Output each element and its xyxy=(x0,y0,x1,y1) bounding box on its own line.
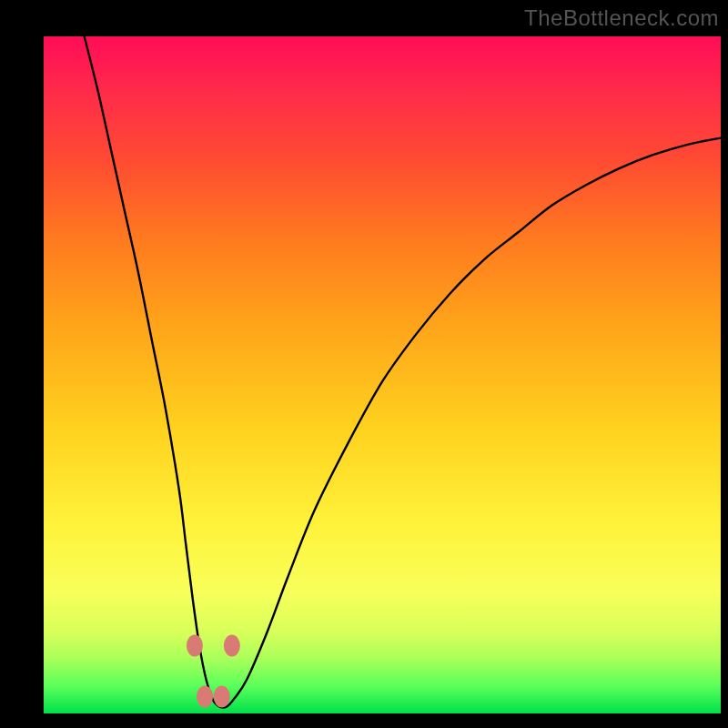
curve-layer xyxy=(44,36,721,713)
curve-marker xyxy=(214,685,230,707)
watermark-text: TheBottleneck.com xyxy=(524,5,719,31)
plot-area xyxy=(44,36,721,713)
bottleneck-curve xyxy=(85,36,721,707)
marker-layer xyxy=(187,635,240,708)
curve-marker xyxy=(197,685,213,707)
curve-marker xyxy=(224,635,240,657)
chart-frame: TheBottleneck.com xyxy=(0,0,728,728)
curve-marker xyxy=(187,635,203,657)
